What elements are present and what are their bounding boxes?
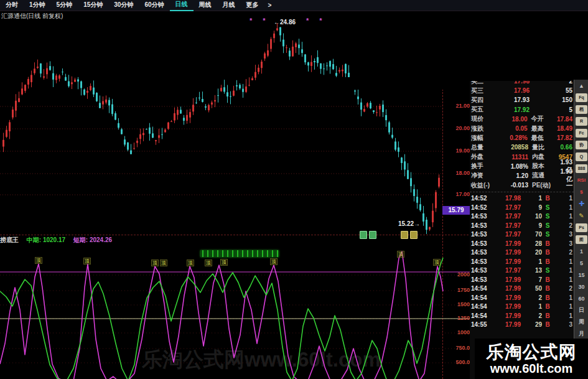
tick-time: 14:53 [471,258,493,265]
side-toolbar-button-协[interactable]: 协 [576,141,587,149]
tick-volume: 20 [521,249,542,256]
last-price-badge: 15.79 [442,206,470,215]
stat-value: 17.84 [557,116,572,123]
stat-label: 内盘 [528,152,558,161]
tick-volume: 2 [521,312,542,319]
side-toolbar-button-R[interactable]: R [576,117,587,126]
low-price-annotation: 15.22→ [398,220,420,227]
side-toolbar-button-60[interactable]: 60 [576,294,587,303]
top-signal-label: 顶 [270,258,278,265]
stat-label: 外盘 [471,152,498,161]
tick-direction: S [542,267,553,274]
stat-label: 今开 [528,115,557,123]
indicator-axis-label: 1750 [441,287,470,293]
side-toolbar-button-15[interactable]: 15 [576,271,587,279]
bid-label: 买二 [471,81,496,86]
side-toolbar-button-Q[interactable]: Q [576,152,587,161]
tick-time: 14:52 [471,204,493,211]
timeframe-toolbar: 分时1分钟5分钟15分钟30分钟60分钟日线周线月线更多> [0,0,588,11]
tick-row: 14:5317.9713S1 [470,266,574,275]
tick-row: 14:5317.997B1 [470,275,574,284]
side-toolbar-button-✎[interactable]: ✎ [576,212,587,220]
tick-time: 14:53 [471,276,493,283]
tick-volume: 2 [521,294,542,301]
watermark-url: www.60lt.com [490,362,573,375]
tab-日线[interactable]: 日线 [170,0,194,11]
indicator-name: 捞底王 [0,236,19,243]
site-watermark: 乐淘公式网 www.60lt.com [475,339,588,379]
tick-volume: 29 [521,321,542,328]
tick-count: 2 [553,249,572,256]
tick-row: 14:5317.979S2 [470,221,574,230]
stat-label: 总量 [471,143,498,152]
top-signal-label: 顶 [151,260,159,266]
side-toolbar-button-5[interactable]: 5 [576,259,587,268]
more-arrow-icon[interactable]: > [264,2,276,9]
stat-value: 1.20 [498,172,528,179]
bid-row: 买三17.9655 [470,86,574,95]
side-toolbar-button-▲[interactable]: ▲ [576,82,587,90]
stat-label: 换手 [471,162,498,171]
tick-direction: S [542,204,553,211]
stat-value: 1.08% [498,163,528,170]
stat-row: 净资1.20流通1.93亿 [470,171,574,180]
side-toolbar-button-RSI[interactable]: RSI [576,176,587,185]
tick-time: 14:55 [471,321,493,328]
tick-time: 14:53 [471,213,493,220]
tick-price: 17.99 [493,240,521,247]
tab-30分钟[interactable]: 30分钟 [108,0,139,11]
stat-value: 11311 [498,154,528,161]
tick-time: 14:53 [471,222,493,229]
side-toolbar-button-月[interactable]: 月 [576,330,587,339]
tick-direction: B [542,258,553,265]
tab-5分钟[interactable]: 5分钟 [51,0,78,11]
stat-value: 0.28% [498,134,527,141]
stat-value: 18.00 [498,116,527,123]
tick-volume: 1 [521,258,542,265]
side-toolbar-button-日[interactable]: 日 [576,306,587,315]
tick-price: 17.97 [493,213,521,220]
bid-row: 买五17.925 [470,105,574,115]
side-toolbar-button-✚[interactable]: ✚ [576,200,587,208]
indicator-axis-label: 500.0 [441,359,470,365]
watermark-site-name: 乐淘公式网 [487,343,577,362]
price-axis-label: 19.00 [441,147,470,154]
tick-direction: B [542,312,553,319]
tick-price: 17.99 [493,285,521,292]
side-toolbar-button-30[interactable]: 30 [576,283,587,291]
tick-count: 1 [553,213,572,220]
side-toolbar-button-Fq[interactable]: Fq [576,93,587,102]
stat-row: 涨跌0.05最高18.49 [470,124,574,133]
tab-月线[interactable]: 月线 [217,0,241,11]
tick-price: 17.97 [493,231,521,238]
side-toolbar-button-周[interactable]: 周 [576,318,587,327]
top-signal-label: 顶 [433,259,441,266]
side-toolbar-button-888[interactable]: 888 [576,164,587,173]
side-toolbar-button-$[interactable]: $ [576,188,587,197]
bid-volume: 2 [530,81,572,85]
tick-volume: 7 [521,276,542,283]
tab-更多[interactable]: 更多 [241,0,264,11]
side-toolbar-button-Fc[interactable]: Fc [576,129,587,138]
bid-volume: 150 [530,96,572,103]
tab-周线[interactable]: 周线 [194,0,217,11]
indicator-axis-label: 750.0 [441,345,470,351]
side-toolbar-button-1[interactable]: 1 [576,247,587,256]
side-toolbar-button-档[interactable]: 档 [576,105,587,114]
tick-count: 3 [553,321,572,328]
tick-time: 14:54 [471,294,493,301]
tab-60分钟[interactable]: 60分钟 [139,0,169,11]
side-toolbar-button-图[interactable]: 图 [576,235,587,244]
tab-1分钟[interactable]: 1分钟 [24,0,51,11]
stat-value: 0.66 [558,144,572,151]
stat-label: 最低 [528,134,557,143]
tick-price: 17.99 [493,249,521,256]
tick-direction: B [542,303,553,310]
tick-time: 14:52 [471,195,493,202]
tick-count: 1 [553,294,572,301]
tab-分时[interactable]: 分时 [0,0,24,11]
tab-15分钟[interactable]: 15分钟 [78,0,108,11]
side-toolbar-button-Ps[interactable]: Ps [576,223,587,232]
tick-volume: 70 [521,231,542,238]
tick-price: 17.97 [493,204,521,211]
